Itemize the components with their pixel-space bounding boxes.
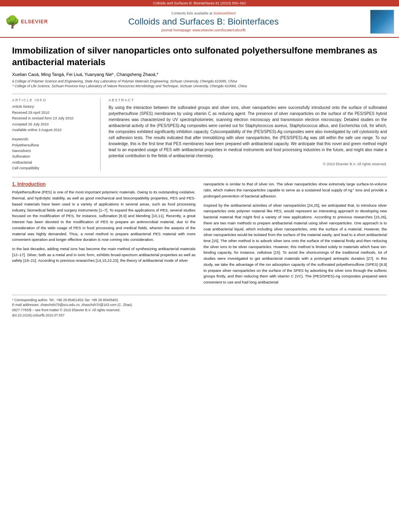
- intro-right-paragraph-1: nanoparticle is similar to that of silve…: [204, 181, 387, 199]
- copyright-line: © 2010 Elsevier B.V. All rights reserved…: [109, 162, 387, 166]
- received-date: Received 29 April 2010: [12, 110, 94, 115]
- tree-icon: 🌳: [5, 15, 20, 29]
- body-left-column: 1. Introduction Polyethersulfone (PES) i…: [12, 181, 195, 288]
- intro-paragraph-1: Polyethersulfone (PES) is one of the mos…: [12, 189, 195, 242]
- elsevier-logo: 🌳 ELSEVIER: [5, 15, 37, 29]
- introduction-title: 1. Introduction: [12, 181, 195, 187]
- keyword-2: Nanosilvers: [12, 148, 94, 154]
- keyword-5: Cell compatibility: [12, 165, 94, 171]
- section-divider: [12, 177, 387, 177]
- abstract-text: By using the interaction between the sul…: [109, 105, 387, 159]
- accepted-date: Accepted 26 July 2010: [12, 121, 94, 127]
- footer-notes: * Corresponding author. Tel.: +86 28 854…: [12, 295, 387, 318]
- affiliation-b: ᵇ College of Life Science, Sichuan Provi…: [12, 84, 387, 89]
- doi-line: doi:10.1016/j.colsurfb.2010.07.057: [12, 313, 387, 318]
- body-right-column: nanoparticle is similar to that of silve…: [204, 181, 387, 288]
- keywords-label: Keywords:: [12, 137, 94, 141]
- sciencedirect-link[interactable]: ScienceDirect: [214, 11, 236, 15]
- revised-date: Received in revised form 23 July 2010: [12, 115, 94, 121]
- email-label: E-mail addresses:: [12, 303, 39, 307]
- intro-paragraph-2: In the last decades, adding metal ions h…: [12, 246, 195, 264]
- contents-available: Contents lists available at ScienceDirec…: [41, 11, 366, 15]
- history-label: Article history:: [12, 105, 94, 109]
- abstract-column: ABSTRACT By using the interaction betwee…: [109, 98, 387, 171]
- journal-citation: Colloids and Surfaces B: Biointerfaces 8…: [153, 1, 246, 5]
- available-date: Available online 3 August 2010: [12, 127, 94, 133]
- corresponding-author: * Corresponding author. Tel.: +86 28 854…: [12, 298, 387, 303]
- journal-title: Colloids and Surfaces B: Biointerfaces: [41, 16, 366, 27]
- header-center: Contents lists available at ScienceDirec…: [41, 11, 366, 32]
- email-line: E-mail addresses: zhanchshi70@scu.edu.cn…: [12, 302, 387, 308]
- header-section: 🌳 ELSEVIER Contents lists available at S…: [0, 6, 399, 38]
- email-addresses: zhanchshi70@scu.edu.cn, zhaochsh70@163.c…: [40, 303, 133, 307]
- abstract-heading: ABSTRACT: [109, 98, 387, 102]
- top-bar: Colloids and Surfaces B: Biointerfaces 8…: [0, 0, 399, 6]
- keyword-4: Antibacterial: [12, 160, 94, 165]
- article-info-column: ARTICLE INFO Article history: Received 2…: [12, 98, 101, 171]
- article-history: Article history: Received 29 April 2010 …: [12, 105, 94, 133]
- affiliations: á College of Polymer Science and Enginee…: [12, 79, 387, 89]
- keyword-3: Sulfonation: [12, 154, 94, 159]
- affiliation-a: á College of Polymer Science and Enginee…: [12, 79, 387, 84]
- header-thumbnail: [370, 10, 394, 34]
- authors-line: Xuelian Caoá, Ming Tangá, Fei Liuá, Yuan…: [12, 72, 387, 77]
- article-title: Immobilization of silver nanoparticles o…: [12, 45, 387, 68]
- keywords-block: Keywords: Polyethersulfone Nanosilvers S…: [12, 137, 94, 171]
- issn-line: 0927-7765/$ – see front matter © 2010 El…: [12, 308, 387, 313]
- intro-right-paragraph-2: Inspired by the antibacterial activities…: [204, 203, 387, 286]
- article-info-heading: ARTICLE INFO: [12, 98, 94, 102]
- journal-homepage: journal homepage: www.elsevier.com/locat…: [41, 28, 366, 32]
- homepage-url: www.elsevier.com/locate/colsurfb: [193, 28, 246, 32]
- keyword-1: Polyethersulfone: [12, 142, 94, 148]
